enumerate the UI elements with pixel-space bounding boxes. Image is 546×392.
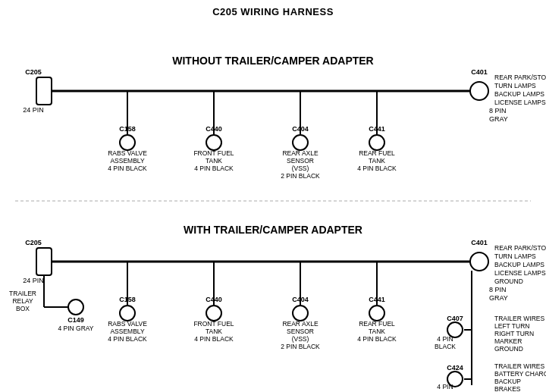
- svg-text:RABS VALVE: RABS VALVE: [108, 320, 147, 328]
- svg-text:BACKUP: BACKUP: [494, 378, 521, 385]
- svg-text:2 PIN BLACK: 2 PIN BLACK: [281, 172, 320, 180]
- svg-text:REAR FUEL: REAR FUEL: [359, 149, 395, 157]
- svg-text:8 PIN: 8 PIN: [489, 107, 507, 114]
- svg-text:C205: C205: [25, 239, 42, 246]
- svg-text:C401: C401: [471, 239, 488, 246]
- svg-text:RABS VALVE: RABS VALVE: [108, 149, 147, 157]
- svg-text:BACKUP LAMPS: BACKUP LAMPS: [494, 90, 544, 98]
- svg-text:LEFT TURN: LEFT TURN: [494, 322, 529, 330]
- svg-text:C205: C205: [25, 68, 42, 76]
- svg-text:4 PIN BLACK: 4 PIN BLACK: [357, 335, 397, 343]
- svg-text:C440: C440: [206, 125, 222, 133]
- svg-text:24 PIN: 24 PIN: [23, 106, 44, 114]
- svg-point-26: [293, 135, 308, 150]
- svg-text:BRAKES: BRAKES: [494, 385, 521, 392]
- svg-text:RIGHT TURN: RIGHT TURN: [494, 330, 534, 337]
- svg-text:4 PIN BLACK: 4 PIN BLACK: [194, 335, 234, 343]
- svg-text:GRAY: GRAY: [489, 294, 508, 302]
- svg-text:WITHOUT  TRAILER/CAMPER  ADAPT: WITHOUT TRAILER/CAMPER ADAPTER: [172, 55, 373, 67]
- svg-rect-2: [36, 77, 52, 105]
- svg-text:REAR PARK/STOP: REAR PARK/STOP: [494, 74, 546, 81]
- svg-text:ASSEMBLY: ASSEMBLY: [110, 157, 145, 165]
- svg-point-52: [470, 252, 488, 271]
- svg-text:4 PIN: 4 PIN: [437, 335, 453, 343]
- svg-text:GROUND: GROUND: [494, 345, 523, 353]
- svg-point-82: [120, 306, 135, 321]
- svg-text:TURN LAMPS: TURN LAMPS: [494, 252, 536, 260]
- svg-text:4 PIN BLACK: 4 PIN BLACK: [108, 165, 147, 172]
- svg-text:C158: C158: [119, 296, 136, 303]
- svg-rect-41: [36, 248, 52, 275]
- svg-text:REAR FUEL: REAR FUEL: [359, 320, 395, 328]
- svg-point-14: [120, 135, 135, 150]
- svg-text:C158: C158: [119, 125, 136, 133]
- svg-text:ASSEMBLY: ASSEMBLY: [110, 328, 145, 335]
- svg-text:TRAILER WIRES: TRAILER WIRES: [494, 362, 544, 370]
- svg-text:BATTERY CHARGE: BATTERY CHARGE: [494, 370, 546, 378]
- svg-text:2 PIN BLACK: 2 PIN BLACK: [281, 343, 320, 350]
- svg-text:C401: C401: [471, 68, 488, 76]
- svg-text:(VSS): (VSS): [292, 335, 309, 343]
- svg-text:C441: C441: [369, 296, 385, 303]
- svg-text:TRAILER: TRAILER: [9, 290, 36, 297]
- svg-point-33: [369, 135, 384, 150]
- svg-text:8 PIN: 8 PIN: [489, 286, 507, 293]
- svg-text:GRAY: GRAY: [489, 115, 508, 123]
- page-title: C205 WIRING HARNESS: [0, 0, 546, 17]
- svg-text:4 PIN BLACK: 4 PIN BLACK: [357, 165, 397, 172]
- svg-text:4 PIN BLACK: 4 PIN BLACK: [194, 165, 234, 172]
- svg-point-101: [369, 306, 384, 321]
- svg-point-94: [293, 306, 308, 321]
- svg-text:C404: C404: [292, 296, 309, 303]
- svg-text:SENSOR: SENSOR: [287, 157, 314, 165]
- svg-point-20: [206, 135, 221, 150]
- svg-text:REAR AXLE: REAR AXLE: [282, 149, 318, 157]
- svg-text:REAR AXLE: REAR AXLE: [282, 320, 318, 328]
- svg-text:4 PIN BLACK: 4 PIN BLACK: [108, 335, 147, 343]
- svg-text:TANK: TANK: [206, 157, 222, 165]
- svg-text:TURN LAMPS: TURN LAMPS: [494, 82, 536, 89]
- svg-text:FRONT FUEL: FRONT FUEL: [193, 320, 234, 328]
- svg-text:C404: C404: [292, 125, 309, 133]
- svg-text:MARKER: MARKER: [494, 337, 522, 345]
- svg-point-88: [206, 306, 221, 321]
- svg-text:BOX: BOX: [16, 305, 30, 312]
- svg-text:4 PIN GRAY: 4 PIN GRAY: [58, 325, 93, 332]
- svg-text:(VSS): (VSS): [292, 165, 309, 172]
- svg-text:C149: C149: [67, 316, 84, 324]
- svg-text:FRONT FUEL: FRONT FUEL: [193, 149, 234, 157]
- svg-text:C440: C440: [206, 296, 222, 303]
- svg-point-49: [68, 299, 83, 315]
- svg-text:RELAY: RELAY: [12, 297, 33, 305]
- svg-text:BLACK: BLACK: [435, 343, 456, 350]
- svg-text:C407: C407: [447, 315, 463, 322]
- svg-point-5: [470, 82, 488, 100]
- svg-text:TANK: TANK: [206, 328, 222, 335]
- svg-text:SENSOR: SENSOR: [287, 328, 314, 335]
- svg-text:BACKUP LAMPS: BACKUP LAMPS: [494, 261, 544, 268]
- svg-text:24 PIN: 24 PIN: [23, 277, 44, 284]
- svg-text:REAR PARK/STOP: REAR PARK/STOP: [494, 244, 546, 252]
- svg-text:WITH  TRAILER/CAMPER  ADAPTER: WITH TRAILER/CAMPER ADAPTER: [184, 224, 362, 236]
- svg-text:LICENSE LAMPS: LICENSE LAMPS: [494, 99, 546, 106]
- svg-text:TANK: TANK: [369, 157, 385, 165]
- svg-text:TANK: TANK: [369, 328, 385, 335]
- svg-text:C424: C424: [447, 364, 463, 372]
- svg-text:LICENSE LAMPS: LICENSE LAMPS: [494, 269, 546, 277]
- svg-text:TRAILER WIRES: TRAILER WIRES: [494, 315, 544, 322]
- svg-text:GROUND: GROUND: [494, 278, 523, 285]
- svg-text:C441: C441: [369, 125, 385, 133]
- svg-text:4 PIN: 4 PIN: [437, 383, 453, 390]
